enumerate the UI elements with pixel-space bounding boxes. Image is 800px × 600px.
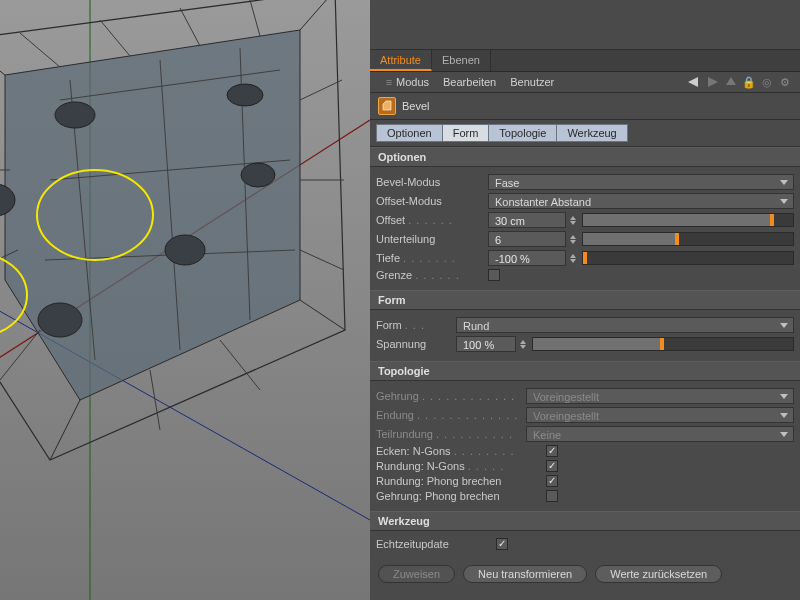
label-ending: Endung . . . . . . . . . . . . . (376, 409, 526, 421)
svg-line-5 (0, 40, 5, 75)
menu-user[interactable]: Benutzer (510, 76, 554, 88)
subtab-options[interactable]: Optionen (376, 124, 443, 142)
label-shape: Form . . . (376, 319, 456, 331)
checkbox-miter-phong[interactable] (546, 490, 558, 502)
dropdown-miter[interactable]: Voreingestellt (526, 388, 794, 404)
checkbox-round-ngons[interactable] (546, 460, 558, 472)
field-offset[interactable]: 30 cm (488, 212, 566, 228)
svg-line-10 (100, 20, 130, 56)
panel-menubar: ≡ Modus Bearbeiten Benutzer 🔒 ◎ ⚙ (370, 72, 800, 93)
svg-line-8 (50, 400, 80, 460)
label-round-ngons: Rundung: N-Gons . . . . . (376, 460, 546, 472)
sub-tabs: Optionen Form Topologie Werkzeug (370, 120, 800, 147)
object-header: Bevel (370, 93, 800, 120)
field-tension[interactable]: 100 % (456, 336, 516, 352)
svg-point-30 (165, 235, 205, 265)
svg-line-18 (0, 330, 40, 380)
checkbox-limit[interactable] (488, 269, 500, 281)
label-realtime: Echtzeitupdate (376, 538, 496, 550)
slider-tension[interactable] (532, 337, 794, 351)
svg-line-7 (300, 300, 345, 330)
app-root: Attribute Ebenen ≡ Modus Bearbeiten Benu… (0, 0, 800, 600)
svg-point-31 (241, 163, 275, 187)
section-options-header: Optionen (370, 147, 800, 167)
label-tension: Spannung (376, 338, 456, 350)
svg-point-28 (227, 84, 263, 106)
svg-line-17 (150, 370, 160, 430)
viewport-3d[interactable] (0, 0, 370, 600)
field-subdivision[interactable]: 6 (488, 231, 566, 247)
section-form-header: Form (370, 290, 800, 310)
nav-fwd-icon[interactable] (706, 75, 720, 89)
section-topology-header: Topologie (370, 361, 800, 381)
slider-depth[interactable] (582, 251, 794, 265)
section-options: Bevel-Modus Fase Offset-Modus Konstanter… (370, 167, 800, 290)
lock-icon[interactable]: 🔒 (742, 75, 756, 89)
section-form: Form . . . Rund Spannung 100 % (370, 310, 800, 361)
checkbox-realtime[interactable] (496, 538, 508, 550)
svg-line-11 (180, 8, 200, 46)
target-icon[interactable]: ◎ (760, 75, 774, 89)
section-tool: Echtzeitupdate (370, 531, 800, 559)
label-miter-phong: Gehrung: Phong brechen (376, 490, 546, 502)
button-reset[interactable]: Werte zurücksetzen (595, 565, 722, 583)
tool-buttons: Zuweisen Neu transformieren Werte zurück… (370, 559, 800, 593)
button-assign[interactable]: Zuweisen (378, 565, 455, 583)
label-offset-mode: Offset-Modus (376, 195, 488, 207)
checkbox-corners-ngons[interactable] (546, 445, 558, 457)
label-subdivision: Unterteilung (376, 233, 488, 245)
menu-edit[interactable]: Bearbeiten (443, 76, 496, 88)
dropdown-ending[interactable]: Voreingestellt (526, 407, 794, 423)
bevel-icon (378, 97, 396, 115)
nav-up-icon[interactable] (724, 75, 738, 89)
button-retransform[interactable]: Neu transformieren (463, 565, 587, 583)
section-topology: Gehrung . . . . . . . . . . . . Voreinge… (370, 381, 800, 511)
svg-marker-38 (383, 101, 391, 110)
svg-line-6 (300, 0, 335, 30)
svg-line-15 (300, 250, 344, 270)
label-offset: Offset . . . . . . (376, 214, 488, 226)
panel-header-gap (370, 0, 800, 50)
label-miter: Gehrung . . . . . . . . . . . . (376, 390, 526, 402)
spinner-offset[interactable] (570, 216, 578, 225)
tab-attribute[interactable]: Attribute (370, 50, 432, 71)
spinner-tension[interactable] (520, 340, 528, 349)
label-partial: Teilrundung . . . . . . . . . . (376, 428, 526, 440)
gear-icon[interactable]: ⚙ (778, 75, 792, 89)
label-depth: Tiefe . . . . . . . (376, 252, 488, 264)
label-corners-ngons: Ecken: N-Gons . . . . . . . . (376, 445, 546, 457)
svg-marker-37 (726, 77, 736, 85)
dropdown-partial[interactable]: Keine (526, 426, 794, 442)
dropdown-bevel-mode[interactable]: Fase (488, 174, 794, 190)
label-bevel-mode: Bevel-Modus (376, 176, 488, 188)
field-depth[interactable]: -100 % (488, 250, 566, 266)
slider-subdivision[interactable] (582, 232, 794, 246)
svg-line-9 (20, 33, 60, 67)
panel-tabs: Attribute Ebenen (370, 50, 800, 72)
svg-line-13 (300, 80, 342, 100)
checkbox-round-phong[interactable] (546, 475, 558, 487)
subtab-topology[interactable]: Topologie (489, 124, 557, 142)
label-round-phong: Rundung: Phong brechen (376, 475, 546, 487)
attribute-panel: Attribute Ebenen ≡ Modus Bearbeiten Benu… (370, 0, 800, 600)
tab-layers[interactable]: Ebenen (432, 50, 491, 71)
svg-marker-35 (688, 77, 698, 87)
spinner-subdivision[interactable] (570, 235, 578, 244)
nav-back-icon[interactable] (688, 75, 702, 89)
svg-marker-36 (708, 77, 718, 87)
svg-line-12 (250, 0, 260, 36)
label-limit: Grenze . . . . . . (376, 269, 488, 281)
dropdown-offset-mode[interactable]: Konstanter Abstand (488, 193, 794, 209)
menu-mode[interactable]: Modus (396, 76, 429, 88)
spinner-depth[interactable] (570, 254, 578, 263)
object-name: Bevel (402, 100, 430, 112)
slider-offset[interactable] (582, 213, 794, 227)
menu-icon[interactable]: ≡ (382, 75, 396, 89)
dropdown-shape[interactable]: Rund (456, 317, 794, 333)
svg-point-27 (55, 102, 95, 128)
panel-scroll: Optionen Bevel-Modus Fase Offset-Modus K… (370, 147, 800, 600)
section-tool-header: Werkzeug (370, 511, 800, 531)
svg-point-32 (38, 303, 82, 337)
subtab-form[interactable]: Form (443, 124, 490, 142)
subtab-tool[interactable]: Werkzeug (557, 124, 627, 142)
